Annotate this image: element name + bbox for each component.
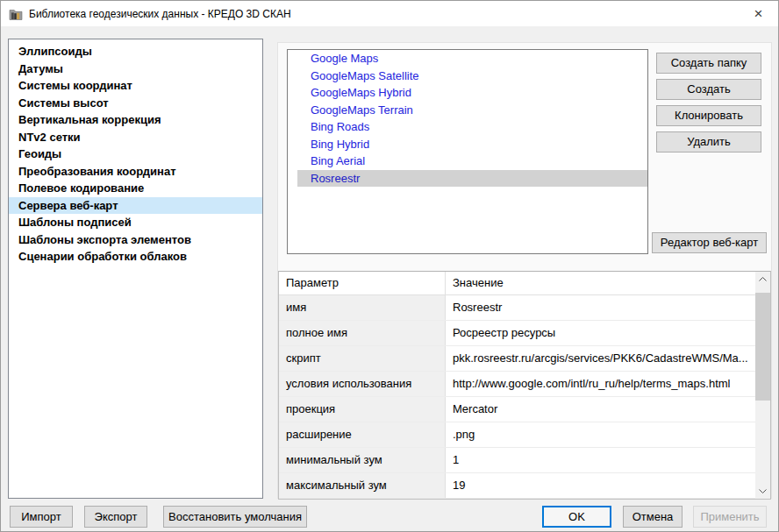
sidebar-item[interactable]: Вертикальная коррекция [9,111,262,129]
sidebar-item[interactable]: Эллипсоиды [9,43,262,60]
server-list-item[interactable]: GoogleMaps Satellite [297,67,647,85]
table-body: имя Rosreestr полное имя Росреестр ресур… [279,295,770,500]
sidebar-item[interactable]: Шаблоны подписей [9,214,262,231]
sidebar-item[interactable]: Датумы [9,60,262,78]
table-row[interactable]: скрипт pkk.rosreestr.ru/arcgis/services/… [279,346,755,372]
value-header: Значение [446,272,755,294]
web-map-servers-panel: Google MapsGoogleMaps SatelliteGoogleMap… [277,42,772,499]
table-row[interactable]: расширение .png [279,422,755,448]
scrollbar-thumb[interactable] [755,293,770,401]
web-map-editor-button[interactable]: Редактор веб-карт [652,232,767,253]
param-cell: максимальный зум [279,473,446,498]
title-bar[interactable]: Библиотека геодезических данных - КРЕДО … [1,1,778,26]
value-cell: Росреестр ресурсы [446,321,755,345]
import-button[interactable]: Импорт [10,506,73,528]
category-list[interactable]: ЭллипсоидыДатумыСистемы координатСистемы… [8,39,263,499]
sidebar-item[interactable]: Сценарии обработки облаков [9,248,262,266]
value-cell: 256 [446,499,755,500]
value-cell: http://www.google.com/intl/ru_ru/help/te… [446,372,755,396]
table-header-row: Параметр Значение [279,272,755,295]
param-cell: минимальный зум [279,448,446,472]
table-row[interactable]: проекция Mercator [279,397,755,422]
param-header: Параметр [279,272,446,294]
param-cell: проекция [279,397,446,422]
server-list-item[interactable]: GoogleMaps Hybrid [297,84,647,102]
value-cell: Rosreestr [446,295,755,320]
value-cell: pkk.rosreestr.ru/arcgis/services/PKK6/Ca… [446,346,755,371]
parameters-table: Параметр Значение имя Rosreestr полное и… [278,271,771,500]
table-row[interactable]: полное имя Росреестр ресурсы [279,321,755,346]
export-button[interactable]: Экспорт [84,506,147,528]
server-list-item[interactable]: Rosreestr [297,170,647,188]
library-icon [9,7,23,21]
sidebar-item[interactable]: Преобразования координат [9,163,262,181]
restore-defaults-button[interactable]: Восстановить умолчания [163,506,307,528]
param-cell: имя [279,295,446,320]
sidebar-item[interactable]: Системы координат [9,77,262,95]
table-scrollbar[interactable] [755,272,770,499]
table-row[interactable]: условия использования http://www.google.… [279,372,755,397]
sidebar-item[interactable]: Сервера веб-карт [9,197,262,215]
table-row[interactable]: размер тайла 256 [279,499,755,500]
server-list-item[interactable]: Bing Hybrid [297,136,647,153]
table-row[interactable]: максимальный зум 19 [279,473,755,499]
param-cell: условия использования [279,372,446,396]
create-button[interactable]: Создать [656,79,761,100]
server-list-item[interactable]: Bing Aerial [297,153,647,170]
value-cell: Mercator [446,397,755,422]
table-row[interactable]: имя Rosreestr [279,295,755,321]
delete-button[interactable]: Удалить [656,131,761,153]
value-cell: 1 [446,448,755,472]
value-cell: 19 [446,473,755,498]
param-cell: полное имя [279,321,446,345]
sidebar-item[interactable]: Системы высот [9,95,262,112]
window-title: Библиотека геодезических данных - КРЕДО … [29,8,291,20]
chevron-down-icon [759,489,767,493]
scrollbar-down-button[interactable] [755,484,770,499]
param-cell: размер тайла [279,499,446,500]
sidebar-item[interactable]: NTv2 сетки [9,129,262,146]
sidebar-item[interactable]: Шаблоны экспорта элементов [9,231,262,249]
clone-button[interactable]: Клонировать [656,105,761,126]
value-cell: .png [446,422,755,447]
sidebar-item[interactable]: Полевое кодирование [9,180,262,197]
scrollbar-up-button[interactable] [755,272,770,287]
server-list-item[interactable]: Google Maps [297,50,647,67]
ok-button[interactable]: OK [542,506,611,528]
chevron-up-icon [759,277,767,281]
table-row[interactable]: минимальный зум 1 [279,448,755,473]
cancel-button[interactable]: Отмена [623,506,683,528]
apply-button: Применить [693,506,767,528]
server-list[interactable]: Google MapsGoogleMaps SatelliteGoogleMap… [287,49,648,254]
server-list-item[interactable]: Bing Roads [297,118,647,136]
close-icon[interactable]: × [739,1,778,26]
param-cell: расширение [279,422,446,447]
sidebar-item[interactable]: Геоиды [9,145,262,163]
server-list-item[interactable]: GoogleMaps Terrain [297,102,647,119]
param-cell: скрипт [279,346,446,371]
create-folder-button[interactable]: Создать папку [656,53,761,74]
dialog-window: Библиотека геодезических данных - КРЕДО … [0,0,779,532]
